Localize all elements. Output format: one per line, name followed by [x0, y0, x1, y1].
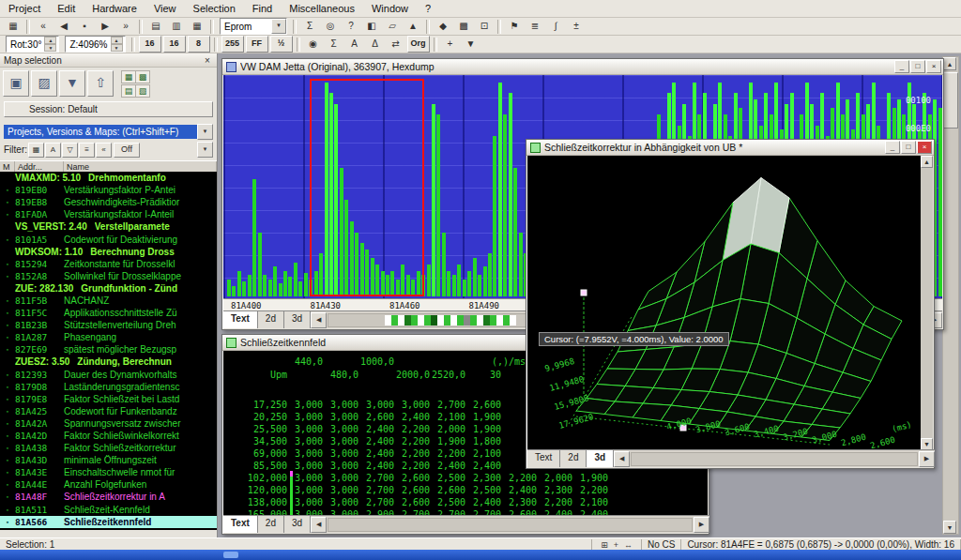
eprom-select[interactable]: Eprom▼ — [220, 18, 287, 35]
value-ff-button[interactable]: FF — [246, 36, 268, 53]
map-3d-icon[interactable]: ▲ — [404, 18, 422, 35]
spin-up-icon[interactable]: ▲ — [44, 37, 56, 44]
map-list-icon[interactable]: ▤ — [121, 84, 136, 98]
map-row[interactable]: ▪81A43Dminimale Öffnungszeit — [0, 454, 217, 466]
scroll-down-icon[interactable]: ▼ — [943, 521, 956, 534]
map-row[interactable]: ▪819EB0Verstärkungsfaktor P-Antei — [0, 184, 217, 196]
projects-dropdown[interactable]: Projects, Versions & Maps: (Ctrl+Shift+F… — [4, 125, 213, 139]
maximize-icon[interactable]: □ — [901, 141, 916, 154]
scroll-right-icon[interactable]: ▶ — [919, 451, 935, 467]
value-half-button[interactable]: ½ — [270, 36, 293, 53]
flag-icon[interactable]: ⚑ — [505, 18, 524, 35]
filter-grid-icon[interactable]: ▦ — [28, 143, 44, 158]
help-icon[interactable]: ? — [342, 18, 360, 35]
map-row[interactable]: ▪81A438Faktor Schließzeitkorrektur — [0, 442, 217, 454]
surface-tab-text[interactable]: Text — [527, 450, 560, 467]
hexdump-view-icon[interactable]: ▤ — [146, 18, 165, 35]
menu-edit[interactable]: Edit — [49, 2, 84, 15]
rotate-spinner-arrows[interactable]: ▲▼ — [44, 37, 56, 52]
compare-icon[interactable]: ◧ — [362, 18, 381, 35]
spin-down-icon[interactable]: ▼ — [44, 44, 56, 52]
scroll-left-icon[interactable]: ◀ — [311, 517, 327, 533]
kennfeld-tab-2d[interactable]: 2d — [258, 516, 284, 533]
map-row[interactable]: ▪815294Zeitkonstante für Drosselkl — [0, 258, 217, 270]
kennfeld-scroll-track[interactable] — [328, 518, 693, 532]
map-row[interactable]: ▪812393Dauer des Dynamkvorhalts — [0, 369, 217, 381]
kennfeld-cell[interactable]: 2,200 — [567, 485, 608, 495]
map-row[interactable]: ▪81FADAVerstärkungsfaktor I-Anteil — [0, 208, 217, 220]
map-row[interactable]: ZUE: 282.130Grundfunktion - Zünd — [0, 282, 217, 295]
map-row[interactable]: ▪827E69spätest möglicher Bezugsp — [0, 343, 217, 356]
kennfeld-cell[interactable]: 2,600 — [460, 400, 501, 410]
grid-view-icon[interactable]: ▦ — [188, 18, 206, 35]
windows-icon[interactable]: ⊡ — [475, 18, 494, 35]
org-button[interactable]: Org — [407, 36, 430, 53]
table-row[interactable]: 138,0003,0003,0002,7002,6002,5002,4002,3… — [223, 497, 708, 509]
map-row[interactable]: ▪81A44EAnzahl Folgefunken — [0, 478, 217, 491]
close-icon[interactable]: × — [926, 60, 941, 73]
menu-view[interactable]: View — [145, 2, 185, 15]
integral-icon[interactable]: ∫ — [546, 18, 565, 35]
marker-icon[interactable]: ◆ — [434, 18, 452, 35]
map-row[interactable]: ▪81A511Schließzeit-Kennfeld — [0, 504, 217, 516]
kennfeld-tab-3d[interactable]: 3d — [284, 516, 311, 533]
menu-selection[interactable]: Selection — [185, 2, 244, 15]
save-icon[interactable]: ▣ — [3, 70, 29, 97]
more-dropdown-icon[interactable]: ▼ — [462, 36, 480, 53]
kennfeld-cell[interactable]: 2,100 — [460, 448, 501, 459]
map-row[interactable]: ▪811F5CApplikationsschnittstelle Zü — [0, 307, 217, 319]
map-row[interactable]: ZUESZ: 3.50Zündung, Berechnun — [0, 356, 217, 368]
map-row[interactable]: ▪81B23BStützstellenverteilung Dreh — [0, 319, 217, 331]
filter-list-icon[interactable]: ≡ — [79, 143, 95, 158]
hexdump-minimap[interactable] — [385, 315, 516, 325]
font-icon[interactable]: A — [345, 36, 364, 53]
close-icon[interactable]: × — [202, 55, 213, 66]
width-16-button[interactable]: 16 — [139, 36, 161, 53]
kennfeld-cell[interactable]: 2,400 — [460, 461, 501, 471]
table-row[interactable]: 102,0003,0003,0002,7002,6002,5002,3002,2… — [223, 473, 708, 485]
map-color-icon[interactable]: ▩ — [135, 70, 150, 83]
kennfeld-tab-text[interactable]: Text — [223, 516, 258, 533]
map-row[interactable]: ▪81A287Phasengang — [0, 331, 217, 343]
nav-prev-icon[interactable]: ◀ — [54, 18, 73, 35]
map-row[interactable]: ▪8152A8Sollwinkel für Drosselklappe — [0, 270, 217, 282]
folder-dropdown-icon[interactable]: ▼ — [59, 70, 85, 97]
scroll-left-icon[interactable]: ◀ — [614, 451, 630, 467]
sum-icon[interactable]: Σ — [325, 36, 343, 53]
hexdump-titlebar[interactable]: VW DAM Jetta (Original), 363907, Hexdump… — [222, 59, 943, 75]
nav-last-icon[interactable]: » — [116, 18, 135, 35]
import-icon[interactable]: ⇧ — [87, 70, 114, 97]
menu-window[interactable]: Window — [363, 2, 417, 15]
minimize-icon[interactable]: _ — [885, 141, 900, 154]
text-view-icon[interactable]: ▥ — [167, 18, 186, 35]
search-icon[interactable]: ◎ — [321, 18, 340, 35]
surface-3d-chart[interactable]: Cursor: (=7.9552V, =4.000ms), Value: 2.0… — [527, 156, 922, 450]
kennfeld-cell[interactable]: 1,900 — [567, 473, 608, 483]
maximize-icon[interactable]: □ — [910, 60, 925, 73]
selection-rectangle[interactable] — [310, 79, 424, 296]
map-row[interactable]: VS_VERST: 2.40Verstellparamete — [0, 220, 217, 233]
menu-miscellaneous[interactable]: Miscellaneous — [281, 2, 363, 15]
kennfeld-cell[interactable]: 1,900 — [460, 424, 501, 434]
spin-down-icon[interactable]: ▼ — [111, 44, 123, 52]
scroll-left-icon[interactable]: ◀ — [311, 312, 327, 328]
nav-first-icon[interactable]: « — [34, 18, 53, 35]
kennfeld-cell[interactable]: 2,100 — [567, 497, 608, 507]
filter-off-button[interactable]: Off — [114, 143, 140, 158]
layers-icon[interactable]: ≣ — [526, 18, 544, 35]
surface-tab-3d[interactable]: 3d — [587, 450, 614, 467]
map-row[interactable]: ▪81A48FSchließzeitkorrektur in A — [0, 491, 217, 503]
stop-icon[interactable]: ▪ — [75, 18, 94, 35]
map-row[interactable]: ▪8179E8Faktor Schließzeit bei Lastd — [0, 393, 217, 405]
hexdump-tab-3d[interactable]: 3d — [284, 311, 311, 328]
chevron-down-icon[interactable]: ▼ — [197, 124, 213, 140]
filter-tri-icon[interactable]: ▽ — [62, 143, 78, 158]
map-row[interactable]: ▪81A425Codewort für Funkenbandz — [0, 405, 217, 417]
map-row[interactable]: ▪81A43EEinschaltschwelle nmot für — [0, 466, 217, 478]
menu-hardware[interactable]: Hardware — [84, 2, 145, 15]
delta-icon[interactable]: Δ — [366, 36, 385, 53]
filter-dropdown-icon[interactable]: ▼ — [197, 142, 213, 158]
map-overlay-icon[interactable]: ▧ — [135, 84, 150, 98]
map-2d-icon[interactable]: ▱ — [383, 18, 402, 35]
scroll-right-icon[interactable]: ▶ — [694, 517, 709, 533]
